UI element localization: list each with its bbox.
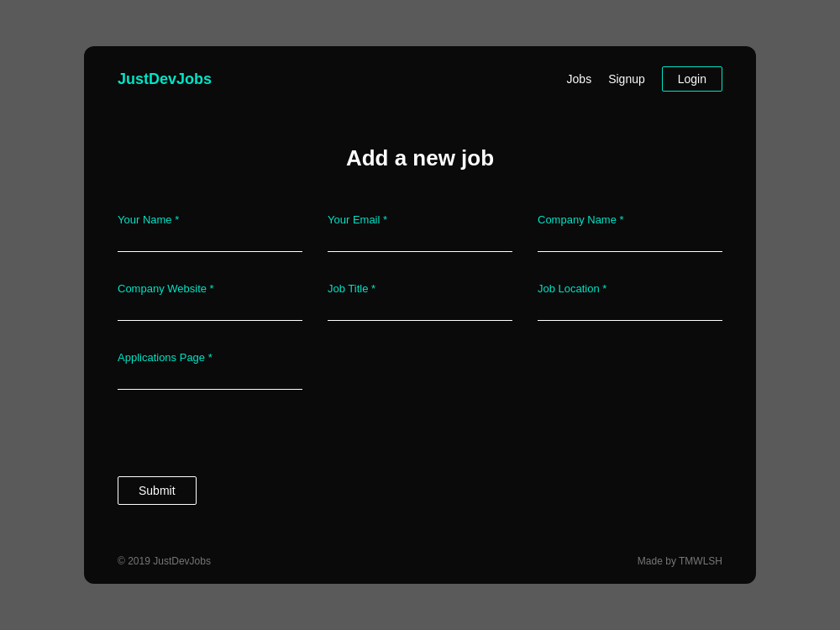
login-button[interactable]: Login [662,66,722,92]
job-title-label: Job Title * [328,282,512,295]
job-location-input[interactable] [538,300,722,321]
main-container: JustDevJobs Jobs Signup Login Add a new … [84,46,756,584]
form-row-3: Applications Page * [118,351,722,390]
footer-credit: Made by TMWLSH [638,555,722,567]
job-title-group: Job Title * [328,282,512,321]
form-row-2: Company Website * Job Title * Job Locati… [118,282,722,321]
submit-row: Submit [84,468,756,538]
your-name-group: Your Name * [118,213,302,252]
your-name-input[interactable] [118,231,302,252]
page-title-section: Add a new job [84,112,756,213]
footer-copyright: © 2019 JustDevJobs [118,555,211,567]
jobs-nav-link[interactable]: Jobs [567,72,592,86]
nav-links: Jobs Signup Login [567,66,722,92]
signup-nav-link[interactable]: Signup [608,72,645,86]
form-section: Your Name * Your Email * Company Name * … [84,213,756,468]
company-name-input[interactable] [538,231,722,252]
your-name-label: Your Name * [118,213,302,226]
form-row-1: Your Name * Your Email * Company Name * [118,213,722,252]
your-email-label: Your Email * [328,213,512,226]
applications-page-label: Applications Page * [118,351,302,364]
company-name-label: Company Name * [538,213,722,226]
brand-logo[interactable]: JustDevJobs [118,71,212,88]
your-email-group: Your Email * [328,213,512,252]
company-website-group: Company Website * [118,282,302,321]
submit-button[interactable]: Submit [118,476,197,505]
footer: © 2019 JustDevJobs Made by TMWLSH [84,538,756,584]
page-title: Add a new job [84,145,756,171]
job-location-label: Job Location * [538,282,722,295]
your-email-input[interactable] [328,231,512,252]
company-name-group: Company Name * [538,213,722,252]
company-website-input[interactable] [118,300,302,321]
applications-page-input[interactable] [118,369,302,390]
applications-page-group: Applications Page * [118,351,302,390]
company-website-label: Company Website * [118,282,302,295]
navbar: JustDevJobs Jobs Signup Login [84,46,756,112]
job-title-input[interactable] [328,300,512,321]
job-location-group: Job Location * [538,282,722,321]
